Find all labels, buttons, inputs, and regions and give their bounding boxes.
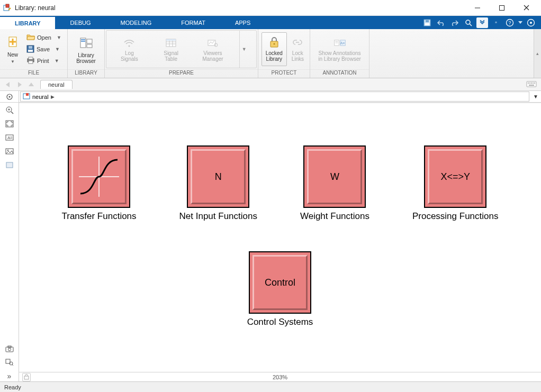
svg-rect-45 [527, 81, 536, 87]
nav-back-icon[interactable] [2, 80, 14, 89]
lock-links-button[interactable]: Lock Links [289, 32, 306, 67]
tab-modeling[interactable]: MODELING [106, 16, 167, 29]
svg-point-14 [530, 22, 532, 24]
viewers-manager-button[interactable]: Viewers Manager [197, 32, 228, 67]
tab-debug[interactable]: DEBUG [55, 16, 105, 29]
help-icon[interactable]: ? [504, 17, 516, 28]
close-button[interactable] [519, 3, 534, 13]
keyboard-icon[interactable] [526, 80, 539, 89]
svg-rect-49 [533, 83, 534, 84]
open-button[interactable]: Open▼ [24, 32, 64, 43]
help-dropdown-icon[interactable] [518, 17, 523, 28]
svg-line-10 [470, 24, 472, 26]
signal-table-button[interactable]: Signal Table [156, 32, 186, 67]
svg-rect-51 [529, 85, 534, 86]
toolstrip-collapse[interactable]: ▴ [534, 29, 541, 78]
search-icon[interactable] [463, 17, 474, 28]
save-button[interactable]: Save▼ [24, 43, 64, 55]
svg-rect-35 [166, 39, 176, 41]
save-quick-icon[interactable] [421, 17, 433, 28]
svg-rect-27 [87, 39, 92, 43]
status-bar: Ready [0, 381, 541, 392]
fit-view-icon[interactable] [4, 118, 15, 129]
svg-text:A≡: A≡ [340, 41, 345, 45]
svg-line-71 [12, 364, 13, 366]
model-hierarchy-icon[interactable] [0, 91, 19, 102]
annotation-tool-icon[interactable]: A≡ [4, 132, 15, 143]
print-button[interactable]: Print▼ [24, 55, 64, 67]
svg-rect-50 [534, 83, 535, 84]
undo-icon[interactable] [435, 17, 447, 28]
minimize-button[interactable] [470, 3, 485, 13]
block-label: Processing Functions [412, 211, 499, 222]
canvas-footer: 203% [19, 372, 541, 381]
toolstrip: New ▼ Open▼ Save▼ Print▼ FILE [0, 29, 541, 78]
canvas-palette: A≡ » [0, 103, 19, 381]
locked-library-button[interactable]: Locked Library [262, 32, 287, 66]
block-label: Transfer Functions [61, 211, 136, 222]
svg-rect-3 [500, 5, 504, 10]
svg-rect-26 [81, 41, 85, 42]
redo-icon[interactable] [449, 17, 461, 28]
transfer-functions-block[interactable]: Transfer Functions [61, 145, 136, 222]
svg-rect-74 [24, 376, 29, 379]
link-icon [291, 37, 304, 49]
svg-text:?: ? [508, 20, 511, 25]
new-label: New [7, 52, 18, 58]
breadcrumb[interactable]: neural ▶ [20, 92, 529, 102]
area-tool-icon[interactable] [4, 160, 15, 170]
svg-rect-19 [28, 50, 33, 52]
folder-open-icon [26, 33, 35, 42]
status-text: Ready [4, 384, 21, 390]
svg-rect-20 [29, 46, 32, 49]
model-icon [23, 93, 30, 101]
weight-functions-block[interactable]: W Weight Functions [300, 145, 369, 222]
expand-icon[interactable]: » [4, 371, 15, 381]
annotation-group-label: ANNOTATION [310, 69, 369, 78]
svg-point-64 [7, 150, 8, 151]
library-browser-label: Library Browser [76, 52, 96, 64]
nav-up-icon[interactable] [25, 80, 37, 89]
target-icon[interactable] [525, 17, 537, 28]
breadcrumb-dropdown[interactable]: ▼ [530, 91, 541, 102]
svg-point-39 [273, 43, 275, 45]
zoom-in-icon[interactable] [4, 105, 15, 115]
svg-point-9 [466, 20, 470, 24]
show-annotations-button[interactable]: A≡ Show Annotations in Library Browser [313, 32, 366, 67]
printer-icon [26, 57, 35, 65]
overflow-icon[interactable] [476, 17, 488, 28]
screenshot-icon[interactable] [4, 343, 15, 354]
title-bar: Library: neural [0, 0, 541, 16]
explorer-nav: neural [0, 78, 541, 91]
canvas-lock-icon[interactable] [22, 373, 31, 381]
tab-format[interactable]: FORMAT [166, 16, 220, 29]
net-input-functions-block[interactable]: N Net Input Functions [179, 145, 257, 222]
svg-rect-48 [531, 83, 532, 84]
svg-rect-47 [529, 83, 530, 84]
svg-rect-46 [528, 83, 529, 84]
log-signals-button[interactable]: Log Signals [114, 32, 145, 67]
svg-rect-65 [6, 162, 13, 168]
ribbon-tabstrip: LIBRARY DEBUG MODELING FORMAT APPS • ? [0, 16, 541, 29]
control-systems-block[interactable]: Control Control Systems [247, 251, 313, 327]
image-tool-icon[interactable] [4, 146, 15, 157]
separator: • [490, 17, 502, 28]
maximize-button[interactable] [494, 3, 509, 13]
library-group-label: LIBRARY [68, 69, 104, 78]
breadcrumb-bar: neural ▶ ▼ [0, 91, 541, 103]
processing-functions-block[interactable]: X<=>Y Processing Functions [412, 145, 499, 222]
prepare-dropdown[interactable]: ▼ [239, 31, 249, 68]
library-canvas[interactable]: Transfer Functions N Net Input Functions… [19, 103, 541, 372]
find-block-icon[interactable] [4, 357, 15, 368]
lock-closed-icon [269, 37, 279, 49]
tab-library[interactable]: LIBRARY [0, 16, 55, 29]
model-tab[interactable]: neural [40, 80, 73, 89]
nav-forward-icon[interactable] [14, 80, 25, 89]
svg-rect-25 [81, 39, 85, 40]
svg-rect-8 [426, 20, 429, 22]
new-button[interactable]: New ▼ [3, 32, 22, 67]
tab-apps[interactable]: APPS [220, 16, 265, 29]
library-browser-button[interactable]: Library Browser [71, 32, 101, 67]
quick-access: • ? [421, 16, 541, 29]
svg-rect-55 [26, 93, 29, 96]
